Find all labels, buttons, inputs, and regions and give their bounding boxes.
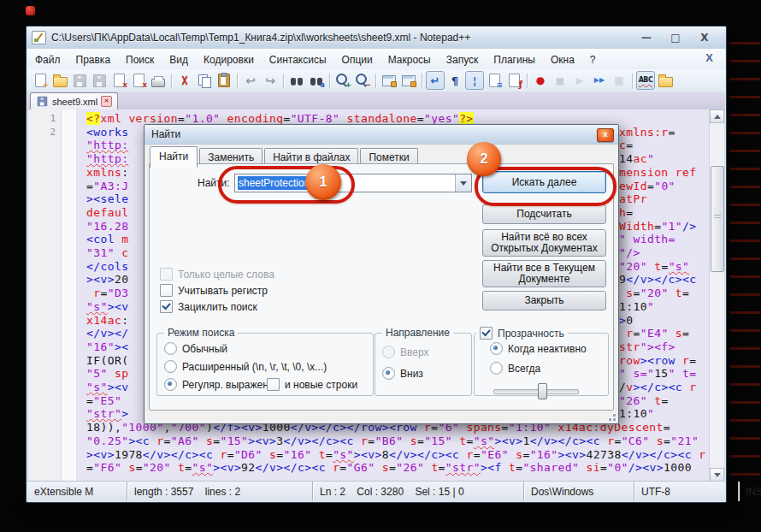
search-mode-group: Режим поиска Обычный Расширенный (\n, \r… xyxy=(156,333,374,396)
editor-line: 14ac" xyxy=(619,152,654,166)
vertical-scrollbar[interactable] xyxy=(709,109,724,482)
editor-line: atPr xyxy=(619,192,647,206)
dialog-close-button[interactable]: x xyxy=(597,128,614,142)
find-next-button[interactable]: Искать далее xyxy=(482,171,606,193)
paste-button[interactable] xyxy=(215,71,233,90)
show-all-characters-button[interactable]: ¶ xyxy=(445,71,464,90)
tab-sheet9[interactable]: sheet9.xml × xyxy=(30,92,118,109)
search-input[interactable]: sheetProtection xyxy=(234,174,472,192)
editor-line: <works xyxy=(86,126,128,139)
menu-item-settings[interactable]: Опции xyxy=(334,50,380,69)
direction-down-radio[interactable]: Вниз xyxy=(382,367,423,380)
dot-matches-newline-checkbox[interactable]: и новые строки xyxy=(267,378,357,391)
title-bar[interactable]: C:\Users\ПК\AppData\Local\Temp\Temp1_Кни… xyxy=(27,27,726,49)
dialog-title-bar[interactable]: Найти xyxy=(145,125,618,145)
status-doc-type: eXtensible M xyxy=(27,482,127,501)
minimize-button[interactable]: — xyxy=(635,31,658,44)
wrap-around-checkbox[interactable]: Зациклить поиск xyxy=(160,300,257,313)
replace-button[interactable]: a xyxy=(307,71,326,90)
editor-line: "s"><v xyxy=(86,381,128,394)
combo-dropdown-button[interactable] xyxy=(455,174,471,192)
macro-save-button[interactable]: ▦ xyxy=(610,71,628,90)
macro-record-button[interactable]: ● xyxy=(531,71,550,90)
menu-item-language[interactable]: Синтаксисы xyxy=(262,50,334,69)
undo-button[interactable]: ↩ xyxy=(241,71,260,90)
word-wrap-button[interactable]: ↵ xyxy=(426,71,445,90)
new-file-button[interactable]: + xyxy=(31,71,50,90)
menu-item-encoding[interactable]: Кодировки xyxy=(196,50,262,69)
menu-item-search[interactable]: Поиск xyxy=(118,50,162,69)
toolbar-separator xyxy=(171,74,172,88)
cut-button[interactable] xyxy=(175,71,194,90)
mode-extended-radio[interactable]: Расширенный (\n, \r, \t, \0, \x...) xyxy=(164,360,327,373)
macro-stop-button[interactable]: ■ xyxy=(551,71,569,90)
close-file-button[interactable]: x xyxy=(109,71,128,90)
scroll-down-icon[interactable] xyxy=(710,468,724,482)
editor-line: </cols xyxy=(86,260,128,274)
whole-word-checkbox[interactable]: Только целые слова xyxy=(160,268,274,281)
open-file-button[interactable] xyxy=(50,71,69,90)
copy-button[interactable] xyxy=(195,71,214,90)
maximize-button[interactable]: □ xyxy=(664,31,687,44)
window-title: C:\Users\ПК\AppData\Local\Temp\Temp1_Кни… xyxy=(51,32,470,44)
macro-run-multiple-button[interactable]: ▶▶ xyxy=(590,71,609,90)
transparency-always-radio[interactable]: Всегда xyxy=(490,362,540,375)
scrollbar-thumb[interactable] xyxy=(711,166,724,272)
dialog-resize-grip[interactable] xyxy=(605,410,616,421)
close-all-button[interactable]: x xyxy=(129,71,148,90)
editor-line: "31" c xyxy=(86,246,128,260)
transparency-group: Прозрачность Когда неактивно Всегда xyxy=(474,333,609,396)
macro-play-button[interactable]: ▶ xyxy=(570,71,589,90)
open-folder-button[interactable] xyxy=(656,71,675,90)
scroll-up-icon[interactable] xyxy=(710,109,724,123)
mode-regex-radio[interactable]: Регуляр. выражен. xyxy=(164,378,271,391)
spell-check-button[interactable]: ABC xyxy=(636,71,655,90)
zoom-out-button[interactable]: − xyxy=(353,71,372,90)
editor-line: ewId="0" xyxy=(619,180,675,193)
editor-line: "http: xyxy=(86,152,128,166)
slider-thumb[interactable] xyxy=(538,383,547,399)
menu-item-run[interactable]: Запуск xyxy=(439,50,487,69)
transparency-label: Прозрачность xyxy=(498,328,564,340)
function-list-button[interactable]: ƒ xyxy=(504,71,523,90)
zoom-in-button[interactable]: + xyxy=(333,71,352,90)
editor-line: xmlns: xyxy=(86,166,128,180)
match-case-label: Учитывать регистр xyxy=(178,285,268,297)
transparency-checkbox[interactable]: Прозрачность xyxy=(476,327,568,340)
close-button[interactable]: X xyxy=(693,31,716,44)
document-map-button[interactable]: ≡ xyxy=(485,71,504,90)
editor-line: ><v>20 xyxy=(86,273,128,287)
editor-line: "5" sp xyxy=(86,367,128,381)
save-file-button[interactable] xyxy=(70,71,89,90)
indent-guide-button[interactable]: ¦ xyxy=(465,71,484,90)
menu-item-window[interactable]: Окна xyxy=(543,50,582,69)
tab-close-icon[interactable]: × xyxy=(101,96,112,107)
find-all-current-doc-button[interactable]: Найти все в Текущем Документе xyxy=(482,260,606,287)
mode-normal-radio[interactable]: Обычный xyxy=(164,342,227,355)
count-button[interactable]: Подсчитать xyxy=(482,204,606,224)
transparency-slider[interactable] xyxy=(493,383,579,399)
menu-item-edit[interactable]: Правка xyxy=(68,50,119,69)
close-dialog-button[interactable]: Закрыть xyxy=(482,291,606,310)
match-case-checkbox[interactable]: Учитывать регистр xyxy=(160,284,268,297)
redo-button[interactable]: ↪ xyxy=(261,71,280,90)
transparency-on-losing-focus-radio[interactable]: Когда неактивно xyxy=(490,342,587,355)
menu-close-icon[interactable]: X xyxy=(695,51,723,64)
find-button[interactable] xyxy=(287,71,306,90)
menu-item-help[interactable]: ? xyxy=(582,50,604,69)
find-all-open-docs-button[interactable]: Найти всё во всех Открытых Документах xyxy=(482,229,606,257)
window-controls: — □ X xyxy=(635,31,721,44)
menu-item-view[interactable]: Вид xyxy=(162,50,196,69)
save-all-button[interactable] xyxy=(90,71,109,90)
sync-horizontal-scroll-button[interactable] xyxy=(399,71,418,90)
direction-up-radio[interactable]: Вверх xyxy=(382,346,428,358)
menu-item-file[interactable]: Файл xyxy=(27,50,68,69)
open-file-icon xyxy=(53,77,68,87)
menu-item-macro[interactable]: Макросы xyxy=(380,50,439,69)
menu-item-plugins[interactable]: Плагины xyxy=(486,50,543,69)
toolbar-separator xyxy=(329,74,330,88)
print-button[interactable] xyxy=(149,71,168,90)
sync-vertical-scroll-button[interactable] xyxy=(380,71,398,90)
dialog-tab-find[interactable]: Найти xyxy=(150,146,198,168)
editor-line: ="F6" s="20" t="s"><v>92</v></c><c r="G6… xyxy=(86,461,692,475)
